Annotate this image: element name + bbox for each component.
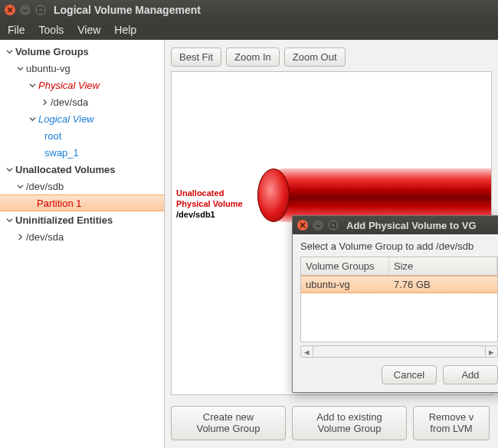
maximize-icon[interactable]: [328, 220, 339, 231]
svg-rect-0: [38, 8, 43, 12]
chevron-right-icon[interactable]: [40, 97, 49, 106]
horizontal-scrollbar[interactable]: ◂ ▸: [300, 345, 498, 358]
svg-rect-1: [331, 223, 336, 227]
add-button[interactable]: Add: [443, 365, 498, 384]
menu-help[interactable]: Help: [114, 24, 136, 36]
zoom-toolbar: Best Fit Zoom In Zoom Out: [165, 40, 498, 71]
remove-from-lvm-button[interactable]: Remove v from LVM: [413, 406, 490, 440]
tree-pv-sda[interactable]: /dev/sda: [0, 93, 164, 110]
tree-physical-view[interactable]: Physical View: [0, 77, 164, 93]
create-vg-button[interactable]: Create new Volume Group: [171, 406, 286, 440]
cell-vg-name: ubuntu-vg: [301, 276, 389, 293]
col-volume-groups[interactable]: Volume Groups: [301, 257, 389, 275]
close-icon[interactable]: [297, 220, 308, 231]
menu-tools[interactable]: Tools: [39, 24, 64, 36]
chevron-down-icon[interactable]: [28, 80, 37, 90]
chevron-down-icon[interactable]: [28, 114, 37, 123]
minimize-icon[interactable]: [20, 5, 31, 15]
pv-cylinder[interactable]: [257, 168, 492, 222]
bottom-actions: Create new Volume Group Add to existing …: [165, 401, 498, 448]
vg-table-head: Volume Groups Size: [301, 257, 497, 276]
tree-lv-swap[interactable]: swap_1: [0, 144, 164, 161]
chevron-down-icon[interactable]: [5, 215, 14, 224]
tree-lv-root[interactable]: root: [0, 127, 164, 144]
window-controls: [5, 5, 46, 15]
menubar: File Tools View Help: [0, 20, 498, 40]
tree-ui-sda[interactable]: /dev/sda: [0, 228, 164, 245]
pv-cylinder-cap: [257, 168, 290, 222]
chevron-down-icon[interactable]: [5, 47, 14, 56]
chevron-down-icon[interactable]: [15, 181, 25, 191]
chevron-down-icon[interactable]: [5, 165, 14, 174]
tree-uninitialized[interactable]: Uninitialized Entities: [0, 211, 164, 228]
col-size[interactable]: Size: [389, 257, 497, 275]
minimize-icon[interactable]: [313, 220, 323, 231]
vg-table: Volume Groups Size ubuntu-vg 7.76 GB: [300, 257, 498, 342]
best-fit-button[interactable]: Best Fit: [171, 47, 221, 67]
close-icon[interactable]: [5, 5, 15, 15]
cell-vg-size: 7.76 GB: [389, 276, 497, 293]
tree-vg-ubuntu[interactable]: ubuntu-vg: [0, 60, 164, 77]
zoom-out-button[interactable]: Zoom Out: [284, 47, 346, 67]
tree-sidebar: Volume Groups ubuntu-vg Physical View /d…: [0, 40, 165, 448]
tree-unallocated[interactable]: Unallocated Volumes: [0, 161, 164, 178]
dialog-body: Select a Volume Group to add /dev/sdb Vo…: [293, 234, 498, 392]
tree-volume-groups[interactable]: Volume Groups: [0, 43, 164, 60]
pv-label: Unallocated Physical Volume /dev/sdb1: [176, 188, 243, 220]
maximize-icon[interactable]: [35, 5, 46, 15]
dialog-prompt: Select a Volume Group to add /dev/sdb: [300, 240, 498, 252]
dialog-window-controls: [297, 220, 339, 231]
scroll-left-icon[interactable]: ◂: [301, 346, 313, 357]
dialog-buttons: Cancel Add: [300, 365, 498, 384]
dialog-title: Add Physical Volume to VG: [346, 220, 477, 231]
zoom-in-button[interactable]: Zoom In: [226, 47, 280, 67]
dialog-titlebar: Add Physical Volume to VG: [293, 216, 498, 234]
add-to-vg-button[interactable]: Add to existing Volume Group: [292, 406, 407, 440]
tree-ua-partition1[interactable]: Partition 1: [0, 195, 164, 211]
chevron-down-icon[interactable]: [15, 64, 25, 73]
tree-logical-view[interactable]: Logical View: [0, 110, 164, 127]
scroll-right-icon[interactable]: ▸: [485, 346, 497, 357]
add-pv-dialog: Add Physical Volume to VG Select a Volum…: [292, 215, 498, 393]
table-row[interactable]: ubuntu-vg 7.76 GB: [301, 276, 497, 293]
cancel-button[interactable]: Cancel: [382, 365, 437, 384]
main-titlebar: Logical Volume Management: [0, 0, 498, 20]
menu-view[interactable]: View: [77, 24, 100, 36]
window-title: Logical Volume Management: [54, 4, 201, 16]
tree-ua-sdb[interactable]: /dev/sdb: [0, 178, 164, 195]
chevron-right-icon[interactable]: [15, 232, 25, 241]
menu-file[interactable]: File: [8, 24, 25, 36]
